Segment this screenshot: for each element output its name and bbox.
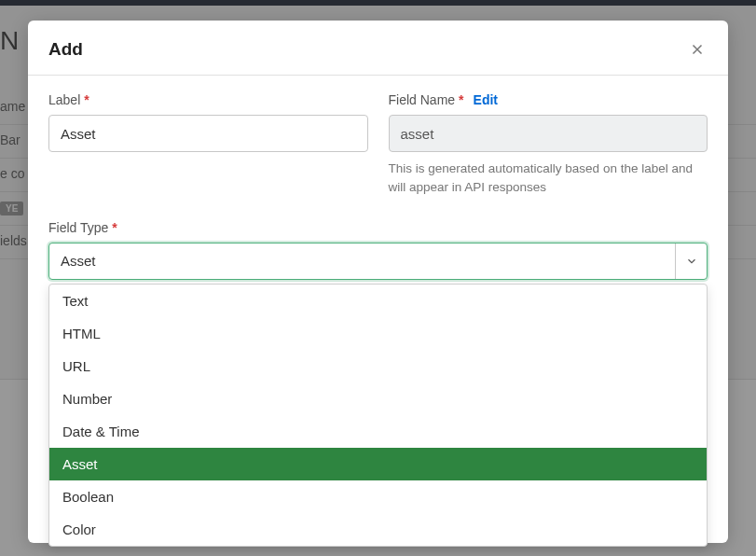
required-indicator: *	[112, 220, 117, 235]
add-modal: Add Label* Field Name* Edit This is gene…	[28, 21, 728, 543]
edit-link[interactable]: Edit	[474, 92, 498, 107]
dropdown-option-html[interactable]: HTML	[49, 317, 707, 350]
dropdown-option-text[interactable]: Text	[49, 285, 707, 317]
field-name-help: This is generated automatically based on…	[389, 160, 708, 198]
dropdown-option-boolean[interactable]: Boolean	[49, 480, 707, 513]
label-field-group: Label*	[48, 92, 368, 198]
dropdown-option-asset[interactable]: Asset	[49, 448, 707, 480]
modal-title: Add	[48, 39, 83, 60]
required-indicator: *	[84, 92, 89, 107]
chevron-down-icon	[685, 255, 698, 268]
label-input[interactable]	[48, 115, 368, 152]
label-text: Field Type	[48, 220, 108, 235]
field-type-selected-value: Asset	[49, 253, 675, 269]
field-name-group: Field Name* Edit This is generated autom…	[389, 92, 708, 198]
modal-body: Label* Field Name* Edit This is generate…	[28, 76, 728, 543]
field-type-select[interactable]: Asset	[48, 243, 708, 280]
select-arrow-container	[675, 243, 707, 279]
dropdown-option-color[interactable]: Color	[49, 513, 707, 546]
field-name-input	[389, 115, 708, 152]
modal-header: Add	[28, 21, 728, 76]
dropdown-option-number[interactable]: Number	[49, 382, 707, 415]
field-name-label: Field Name* Edit	[389, 92, 708, 107]
label-text: Field Name	[389, 92, 456, 107]
close-button[interactable]	[687, 39, 708, 60]
close-icon	[689, 41, 706, 58]
required-indicator: *	[459, 92, 463, 107]
field-type-group: Field Type* Asset Text HTML URL Number D…	[48, 220, 708, 280]
field-type-label: Field Type*	[48, 220, 708, 235]
dropdown-option-url[interactable]: URL	[49, 350, 707, 382]
form-row-top: Label* Field Name* Edit This is generate…	[48, 92, 708, 198]
dropdown-option-datetime[interactable]: Date & Time	[49, 415, 707, 448]
field-type-select-wrapper: Asset Text HTML URL Number Date & Time A…	[48, 243, 708, 280]
field-type-dropdown: Text HTML URL Number Date & Time Asset B…	[48, 284, 708, 547]
label-field-label: Label*	[48, 92, 368, 107]
label-text: Label	[48, 92, 80, 107]
